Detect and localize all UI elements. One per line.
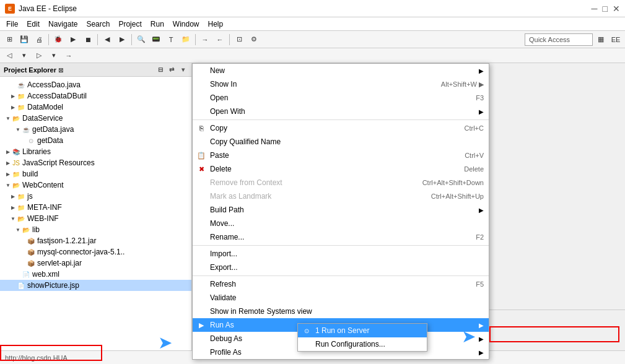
tree-item-datamodel[interactable]: ▶ 📁 DataModel: [0, 102, 191, 113]
menu-window[interactable]: Window: [169, 19, 203, 30]
ctx-markaslandmark-label: Mark as Landmark: [210, 192, 271, 201]
tree-item-accessdao[interactable]: ☕ AccessDao.java: [0, 79, 191, 90]
ctx-rename[interactable]: Rename... F2: [193, 230, 489, 244]
tree-item-dataservice[interactable]: ▼ 📂 DataService: [0, 113, 191, 124]
ctx-delete[interactable]: ✖ Delete Delete: [193, 162, 489, 176]
toolbar-prev-btn[interactable]: ←: [213, 33, 227, 46]
ctx-move-label: Move...: [210, 219, 234, 228]
tree-item-accessdatadbutil[interactable]: ▶ 📁 AccessDataDButil: [0, 90, 191, 102]
toolbar-stop-btn[interactable]: ⏹: [81, 33, 95, 46]
tree-item-getdata-obj[interactable]: ⊙ getData: [0, 135, 191, 146]
toolbar-fwd-btn[interactable]: ▶: [115, 33, 129, 46]
tree-item-libraries[interactable]: ▶ 📚 Libraries: [0, 146, 191, 157]
runas-icon: ▶: [196, 320, 206, 330]
toolbar-new-btn[interactable]: ⊞: [2, 33, 16, 46]
ctx-new[interactable]: New ▶: [193, 64, 489, 77]
tree-label: WebContent: [22, 181, 64, 189]
view-menu-icon[interactable]: ▾: [178, 65, 188, 75]
ctx-buildpath[interactable]: Build Path ▶: [193, 203, 489, 217]
toolbar-persp-btn[interactable]: ⊡: [232, 33, 246, 46]
tree-item-webcontent[interactable]: ▼ 📂 WebContent: [0, 180, 191, 191]
title-bar-left: E Java EE - Eclipse: [5, 4, 77, 14]
ctx-copy[interactable]: ⎘ Copy Ctrl+C: [193, 121, 489, 135]
menu-run[interactable]: Run: [147, 19, 168, 30]
menu-file[interactable]: File: [2, 19, 22, 30]
tree-label: build: [22, 170, 38, 178]
ctx-refresh[interactable]: Refresh F5: [193, 277, 489, 291]
ctx-showin[interactable]: Show In Alt+Shift+W ▶: [193, 77, 489, 91]
collapse-all-icon[interactable]: ⊟: [155, 65, 165, 75]
toolbar2-dropdown[interactable]: ▾: [17, 49, 31, 63]
arrow-jsresources: ▶: [5, 160, 11, 166]
ctx-paste[interactable]: 📋 Paste Ctrl+V: [193, 149, 489, 162]
toolbar-open-type-btn[interactable]: T: [164, 33, 178, 46]
ctx-export[interactable]: Export...: [193, 261, 489, 274]
toolbar-console-btn[interactable]: 📟: [149, 33, 163, 46]
tree-item-jsresources[interactable]: ▶ JS JavaScript Resources: [0, 157, 191, 168]
toolbar-layout-btn[interactable]: ▦: [594, 33, 608, 46]
ctx-delete-shortcut: Delete: [464, 165, 484, 173]
submenu-run-configurations-label: Run Configurations...: [315, 340, 385, 349]
menu-edit[interactable]: Edit: [23, 19, 43, 30]
ctx-openwith-label: Open With: [210, 107, 245, 116]
toolbar-debug-btn[interactable]: 🐞: [51, 33, 65, 46]
window-controls: ─ □ ✕: [592, 4, 620, 14]
menu-search[interactable]: Search: [82, 19, 113, 30]
toolbar-print-btn[interactable]: 🖨: [32, 33, 46, 46]
tree-item-getdata[interactable]: ▼ ☕ getData.java: [0, 124, 191, 135]
tree-item-mysql[interactable]: 📦 mysql-connector-java-5.1..: [0, 246, 191, 258]
tree-item-metainf[interactable]: ▶ 📁 META-INF: [0, 202, 191, 213]
menu-help[interactable]: Help: [204, 19, 227, 30]
toolbar2-back[interactable]: ◁: [2, 49, 16, 63]
menu-navigate[interactable]: Navigate: [45, 19, 81, 30]
tree-label: WEB-INF: [27, 214, 59, 223]
toolbar-save-btn[interactable]: 💾: [17, 33, 31, 46]
toolbar2-fwd[interactable]: ▷: [32, 49, 46, 63]
ctx-markaslandmark-shortcut: Ctrl+Alt+Shift+Up: [431, 193, 484, 200]
submenu-run-configurations[interactable]: Run Configurations...: [298, 337, 427, 351]
folder-icon-webcontent: 📂: [11, 181, 21, 189]
toolbar-open-res-btn[interactable]: 📁: [179, 33, 193, 46]
ctx-openwith[interactable]: Open With ▶: [193, 105, 489, 118]
ctx-open-label: Open: [210, 93, 228, 102]
toolbar2-next[interactable]: →: [62, 49, 76, 63]
toolbar-next-btn[interactable]: →: [198, 33, 212, 46]
ctx-showin-shortcut: Alt+Shift+W ▶: [441, 80, 484, 89]
toolbar-run-btn[interactable]: ▶: [66, 33, 80, 46]
tree-item-showpicture[interactable]: 📄 showPicture.jsp: [0, 280, 191, 291]
tree-item-servlet[interactable]: 📦 servlet-api.jar: [0, 258, 191, 269]
tree-item-webxml[interactable]: 📄 web.xml: [0, 269, 191, 280]
close-button[interactable]: ✕: [613, 4, 620, 14]
ctx-removefromcontext-shortcut: Ctrl+Alt+Shift+Down: [422, 179, 484, 186]
ctx-markaslandmark: Mark as Landmark Ctrl+Alt+Shift+Up: [193, 189, 489, 203]
tree-item-lib[interactable]: ▼ 📂 lib: [0, 224, 191, 235]
quick-access-input[interactable]: Quick Access: [525, 33, 593, 46]
menu-project[interactable]: Project: [115, 19, 145, 30]
tree-label: DataService: [22, 114, 63, 123]
toolbar-back-btn[interactable]: ◀: [100, 33, 114, 46]
toolbar2-dropdown2[interactable]: ▾: [47, 49, 61, 63]
tree-item-build[interactable]: ▶ 📁 build: [0, 168, 191, 180]
ctx-buildpath-arrow: ▶: [479, 207, 484, 214]
tree-item-fastjson[interactable]: 📦 fastjson-1.2.21.jar: [0, 235, 191, 246]
arrow-dataservice: ▼: [5, 115, 11, 121]
ctx-open[interactable]: Open F3: [193, 91, 489, 105]
java-icon-accessdao: ☕: [16, 81, 26, 89]
submenu-run-on-server[interactable]: ⊙ 1 Run on Server: [298, 324, 427, 337]
link-editor-icon[interactable]: ⇄: [167, 65, 177, 75]
toolbar-settings-btn[interactable]: ⚙: [247, 33, 261, 46]
toolbar-search-btn[interactable]: 🔍: [134, 33, 148, 46]
maximize-button[interactable]: □: [603, 4, 608, 14]
tree-item-js[interactable]: ▶ 📁 js: [0, 191, 191, 202]
ctx-debugas-label: Debug As: [210, 334, 242, 343]
toolbar-ee-btn[interactable]: EE: [609, 33, 623, 46]
ctx-import[interactable]: Import...: [193, 247, 489, 261]
ctx-move[interactable]: Move...: [193, 217, 489, 230]
tree-item-webinf[interactable]: ▼ 📂 WEB-INF: [0, 213, 191, 224]
ctx-openwith-arrow: ▶: [479, 108, 484, 115]
ctx-showremote[interactable]: Show in Remote Systems view: [193, 305, 489, 318]
minimize-button[interactable]: ─: [592, 4, 598, 14]
ctx-copyqualified[interactable]: Copy Qualified Name: [193, 135, 489, 149]
ctx-validate[interactable]: Validate: [193, 291, 489, 305]
tree-label: Libraries: [22, 147, 51, 156]
